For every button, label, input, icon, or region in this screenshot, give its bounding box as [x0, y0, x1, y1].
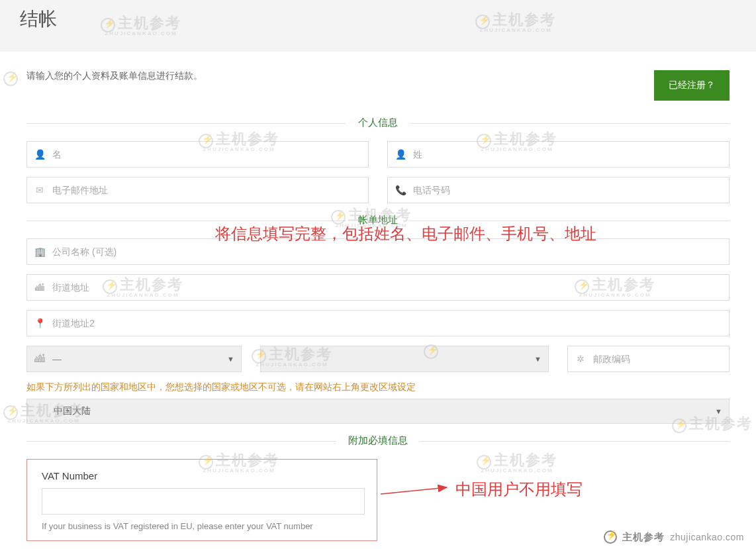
vat-label: VAT Number — [42, 470, 362, 481]
country-select[interactable]: 中国大陆 ▼ — [26, 399, 730, 424]
street2-input[interactable] — [52, 311, 729, 336]
last-name-field[interactable]: 👤 — [387, 141, 730, 168]
svg-line-1 — [381, 487, 447, 494]
vat-input[interactable] — [42, 488, 365, 515]
vat-help: If your business is VAT registered in EU… — [42, 521, 362, 531]
already-registered-button[interactable]: 已经注册？ — [654, 70, 730, 101]
building-icon: 🏢 — [27, 246, 52, 257]
vat-section: VAT Number If your business is VAT regis… — [26, 459, 377, 541]
street1-field[interactable]: 🏙 — [26, 274, 730, 301]
building-icon: 🏙 — [27, 353, 52, 365]
first-name-field[interactable]: 👤 — [26, 141, 369, 168]
certificate-icon: ✲ — [568, 354, 593, 364]
street2-field[interactable]: 📍 — [26, 310, 730, 336]
footer-brand: 主机参考 zhujicankao.com — [604, 530, 744, 544]
state-select[interactable]: ▼ — [260, 346, 549, 372]
user-icon: 👤 — [388, 149, 413, 160]
chevron-down-icon: ▼ — [227, 355, 234, 363]
annotation-fill-info: 将信息填写完整，包括姓名、电子邮件、手机号、地址 — [215, 223, 596, 244]
page-header: 结帐 — [0, 0, 756, 52]
logo-icon — [604, 530, 617, 544]
city-select[interactable]: 🏙 — ▼ — [26, 346, 242, 372]
envelope-icon: ✉ — [27, 185, 52, 195]
page-title: 结帐 — [20, 7, 736, 32]
postcode-input[interactable] — [593, 346, 729, 372]
country-note: 如果下方所列出的国家和地区中，您想选择的国家或地区不可选，请在网站右上角更改区域… — [26, 381, 730, 393]
email-input[interactable] — [52, 177, 368, 203]
street1-input[interactable] — [52, 275, 729, 300]
phone-input[interactable] — [413, 177, 729, 203]
last-name-input[interactable] — [413, 142, 729, 167]
arrow-icon — [381, 483, 453, 499]
chevron-down-icon: ▼ — [715, 407, 722, 415]
email-field[interactable]: ✉ — [26, 177, 369, 203]
phone-icon: 📞 — [388, 185, 413, 195]
phone-field[interactable]: 📞 — [387, 177, 730, 203]
section-header-personal: 个人信息 — [26, 117, 730, 129]
pin-icon: 📍 — [27, 318, 52, 328]
chevron-down-icon: ▼ — [534, 355, 542, 363]
building-icon: 🏙 — [27, 282, 52, 293]
user-icon: 👤 — [27, 149, 52, 160]
annotation-china-skip: 中国用户不用填写 — [455, 479, 583, 500]
postcode-field[interactable]: ✲ — [567, 346, 730, 372]
section-header-additional: 附加必填信息 — [26, 434, 730, 447]
intro-text: 请输入您的个人资料及账单信息进行结款。 — [26, 70, 203, 82]
checkout-form: 请输入您的个人资料及账单信息进行结款。 已经注册？ 个人信息 👤 👤 ✉ 📞 帐… — [8, 52, 748, 549]
country-selected-value: 中国大陆 — [54, 405, 91, 417]
first-name-input[interactable] — [52, 142, 368, 167]
